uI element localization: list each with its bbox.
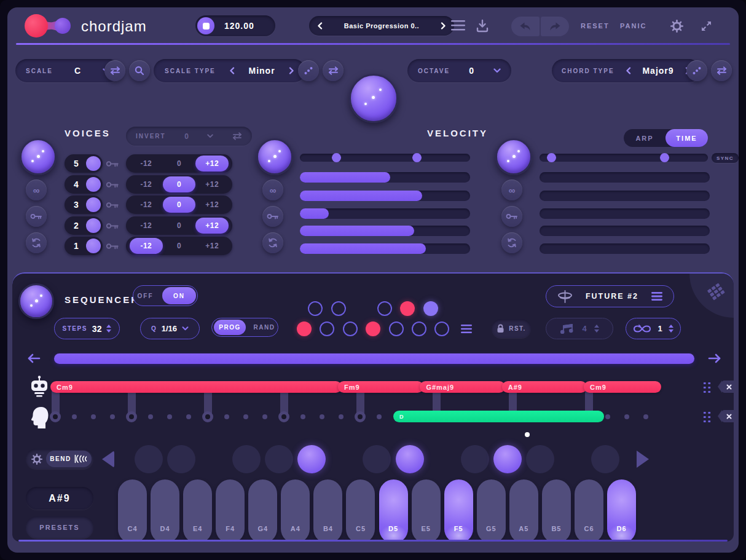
menu-icon[interactable]: [451, 20, 465, 31]
velocity-range-slider[interactable]: [300, 154, 470, 162]
chord-type-swap-button[interactable]: [711, 60, 732, 81]
key-A4[interactable]: A4: [281, 479, 310, 542]
resize-icon[interactable]: [701, 20, 712, 32]
key-link-icon[interactable]: [106, 159, 120, 168]
prog-rand-toggle[interactable]: PROG RAND: [211, 318, 278, 337]
loop-stepper[interactable]: 1: [626, 318, 681, 339]
octave-option[interactable]: 0: [163, 218, 196, 234]
step-ring[interactable]: [126, 411, 137, 422]
key-D4[interactable]: D4: [151, 479, 179, 542]
velocity-key-lock-button[interactable]: [262, 206, 283, 227]
quantize-select[interactable]: Q 1/16: [140, 318, 200, 339]
pad-C#6[interactable]: [591, 445, 619, 473]
step-dot[interactable]: [186, 414, 191, 419]
panic-button[interactable]: PANIC: [620, 22, 646, 30]
page-left-arrow[interactable]: [27, 353, 41, 363]
key-B5[interactable]: B5: [542, 479, 571, 542]
pattern-dot[interactable]: [389, 321, 404, 336]
seq-preset-pill[interactable]: FUTURE #2: [546, 285, 674, 307]
preset-name[interactable]: Basic Progression 0..: [344, 22, 419, 30]
scale-type-select[interactable]: SCALE TYPE Minor: [154, 59, 305, 82]
voice-toggle[interactable]: 3: [65, 195, 103, 214]
step-dot[interactable]: [110, 414, 115, 419]
slider-handle[interactable]: [660, 153, 669, 162]
octave-option[interactable]: +12: [195, 197, 229, 213]
voice-toggle[interactable]: 5: [65, 154, 103, 173]
chord-block[interactable]: G#maj9: [420, 381, 505, 393]
octave-option[interactable]: -12: [130, 156, 163, 172]
chevron-down-icon[interactable]: [182, 326, 189, 331]
chord-block[interactable]: Fm9: [338, 381, 423, 393]
undo-button[interactable]: [511, 17, 540, 36]
chevron-down-icon[interactable]: [493, 68, 501, 73]
page-right-arrow[interactable]: [708, 353, 721, 363]
step-dot[interactable]: [72, 414, 77, 419]
key-D5[interactable]: D5: [379, 479, 408, 542]
sync-badge[interactable]: SYNC: [712, 153, 739, 163]
pattern-dot[interactable]: [377, 301, 392, 316]
scale-type-swap-button[interactable]: [323, 60, 344, 81]
key-F5[interactable]: F5: [444, 479, 473, 542]
velocity-random-knob[interactable]: [256, 138, 293, 175]
octave-option[interactable]: -12: [130, 218, 163, 234]
gear-icon[interactable]: [670, 20, 683, 33]
time-key-lock-button[interactable]: [501, 206, 522, 227]
note-lane-drag-handle[interactable]: [702, 410, 711, 423]
stepper-updown-icon[interactable]: [669, 325, 673, 333]
reset-button[interactable]: RESET: [581, 22, 610, 30]
sequencer-onoff-toggle[interactable]: OFF ON: [133, 285, 198, 306]
pad-C#4[interactable]: [135, 445, 163, 473]
velocity-bar[interactable]: [300, 208, 470, 219]
key-link-icon[interactable]: [106, 200, 120, 209]
pad-F#4[interactable]: [232, 445, 261, 473]
key-G4[interactable]: G4: [248, 479, 277, 542]
stop-button[interactable]: [197, 17, 214, 34]
step-ring[interactable]: [355, 411, 366, 422]
time-bar[interactable]: [540, 208, 710, 219]
chord-block[interactable]: A#9: [502, 381, 587, 393]
chord-block[interactable]: Cm9: [584, 381, 661, 393]
key-link-icon[interactable]: [106, 221, 120, 230]
pad-A#5[interactable]: [526, 445, 554, 473]
bpm-control[interactable]: 120.00: [195, 15, 275, 36]
step-ring[interactable]: [50, 411, 61, 422]
octave-option[interactable]: 0: [163, 176, 196, 192]
step-dot[interactable]: [300, 414, 305, 419]
key-C6[interactable]: C6: [575, 479, 603, 542]
pattern-dot[interactable]: [423, 301, 438, 316]
step-dot[interactable]: [605, 414, 610, 419]
octave-option[interactable]: +12: [195, 156, 229, 172]
chord-type-select[interactable]: CHORD TYPE Major9: [552, 59, 701, 82]
step-dot[interactable]: [643, 414, 648, 419]
time-random-knob[interactable]: [495, 138, 532, 175]
reset-lock-button[interactable]: RST.: [492, 319, 531, 338]
octave-option[interactable]: 0: [163, 238, 196, 254]
step-ring[interactable]: [278, 411, 289, 422]
step-dot[interactable]: [148, 414, 153, 419]
key-link-icon[interactable]: [106, 180, 120, 189]
octave-option[interactable]: 0: [163, 197, 196, 213]
slider-handle[interactable]: [412, 153, 422, 162]
velocity-bar[interactable]: [300, 191, 470, 201]
sequencer-random-knob[interactable]: [18, 283, 54, 319]
pattern-dot[interactable]: [366, 321, 380, 336]
time-bar[interactable]: [540, 191, 710, 201]
chord-block[interactable]: Cm9: [50, 381, 342, 393]
keyboard-right-arrow[interactable]: [637, 451, 649, 468]
octave-option[interactable]: +12: [195, 238, 229, 254]
scale-type-random-button[interactable]: [298, 60, 319, 81]
octave-option[interactable]: -12: [130, 197, 163, 213]
step-dot[interactable]: [320, 414, 324, 419]
note-lane-clear-button[interactable]: [721, 410, 734, 422]
page-indicator-dot[interactable]: [525, 432, 530, 437]
voices-key-lock-button[interactable]: [26, 206, 47, 227]
step-dot[interactable]: [377, 414, 382, 419]
scale-detect-button[interactable]: [129, 60, 150, 81]
voice-toggle[interactable]: 4: [65, 175, 103, 194]
time-bar[interactable]: [540, 172, 710, 183]
bend-button[interactable]: BEND: [46, 451, 92, 467]
key-G5[interactable]: G5: [477, 479, 506, 542]
key-C4[interactable]: C4: [118, 479, 147, 542]
gear-icon[interactable]: [31, 454, 42, 465]
download-icon[interactable]: [476, 19, 489, 33]
